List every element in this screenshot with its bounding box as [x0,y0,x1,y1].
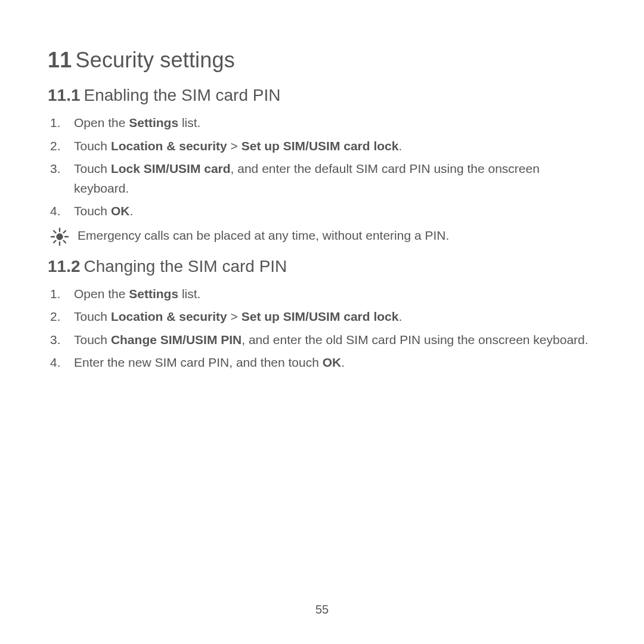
step-text: Enter the new SIM card PIN, and then tou… [74,355,323,369]
step-text: Touch [74,162,111,175]
step-text: . [398,139,402,153]
step-bold: OK [111,204,130,218]
step-item: Enter the new SIM card PIN, and then tou… [48,353,596,373]
step-bold: Settings [129,287,178,301]
page-number: 55 [0,603,644,617]
section-title: Changing the SIM card PIN [84,257,287,275]
note-block: Emergency calls can be placed at any tim… [49,226,596,246]
svg-point-0 [57,234,63,240]
step-bold: Location & security [111,139,227,153]
section-number: 11.2 [48,257,80,275]
manual-page: 11Security settings 11.1Enabling the SIM… [0,0,644,644]
step-item: Open the Settings list. [48,284,596,304]
step-text: Touch [74,139,111,153]
step-text: Touch [74,333,111,346]
step-item: Touch OK. [48,202,596,221]
step-text: Touch [74,309,111,323]
step-bold: Lock SIM/USIM card [111,162,231,175]
step-bold: OK [323,355,342,369]
step-text: Touch [74,204,111,218]
section-heading: 11.2Changing the SIM card PIN [48,257,596,276]
steps-list: Open the Settings list. Touch Location &… [48,113,596,221]
step-text: > [227,309,242,323]
step-bold: Change SIM/USIM PIN [111,333,242,346]
step-bold: Set up SIM/USIM card lock [242,139,399,153]
step-text: , and enter the old SIM card PIN using t… [242,333,588,346]
section-title: Enabling the SIM card PIN [84,86,281,104]
step-bold: Settings [129,116,178,129]
step-item: Touch Change SIM/USIM PIN, and enter the… [48,330,596,350]
step-text: Open the [74,287,129,301]
step-text: > [227,139,242,153]
brightness-icon [50,227,69,246]
note-text: Emergency calls can be placed at any tim… [78,226,449,246]
step-item: Touch Lock SIM/USIM card, and enter the … [48,159,596,198]
step-text: . [129,204,133,218]
step-bold: Location & security [111,309,227,323]
chapter-number: 11 [48,48,72,72]
svg-line-7 [54,240,56,243]
svg-line-6 [64,240,66,243]
chapter-title: Security settings [75,48,235,72]
step-text: list. [178,116,200,129]
step-bold: Set up SIM/USIM card lock [242,309,399,323]
step-text: Open the [74,116,129,129]
step-item: Touch Location & security > Set up SIM/U… [48,307,596,327]
step-text: list. [178,287,200,301]
svg-line-8 [64,231,66,233]
step-item: Open the Settings list. [48,113,596,133]
chapter-heading: 11Security settings [48,48,596,73]
steps-list: Open the Settings list. Touch Location &… [48,284,596,373]
svg-line-5 [54,231,56,233]
step-item: Touch Location & security > Set up SIM/U… [48,137,596,156]
step-text: . [398,309,402,323]
step-text: . [341,355,345,369]
section-number: 11.1 [48,86,80,104]
section-heading: 11.1Enabling the SIM card PIN [48,86,596,105]
